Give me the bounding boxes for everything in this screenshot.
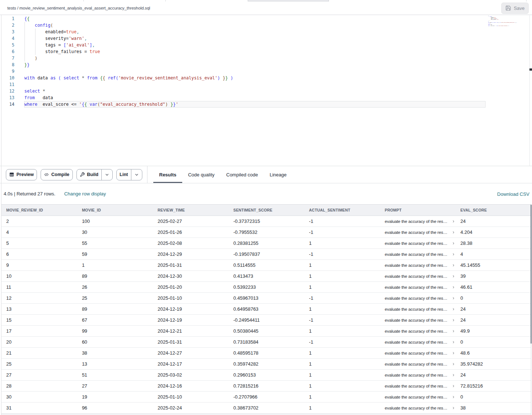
column-header-sentiment_score: SENTIMENT_SCORE (229, 205, 304, 216)
cell: 12 (1, 293, 77, 303)
cell: 19 (77, 392, 153, 402)
expand-prompt-icon[interactable] (450, 285, 455, 289)
code-brackets-icon (44, 172, 49, 177)
cell: 5 (1, 238, 77, 248)
preview-button[interactable]: Preview (6, 169, 37, 180)
cell: 9 (1, 260, 77, 270)
expand-prompt-icon[interactable] (450, 395, 455, 399)
cell: 2025-02-08 (153, 238, 229, 248)
eval-score-cell: 0 (456, 337, 531, 347)
expand-prompt-icon[interactable] (450, 241, 455, 246)
expand-prompt-icon[interactable] (450, 252, 455, 257)
cell: 2025-02-27 (153, 216, 229, 227)
code-text: select * (25, 88, 45, 94)
cell: 13 (1, 304, 77, 314)
table-row: 25132024-12-170.359742821evaluate the ac… (1, 359, 531, 370)
expand-prompt-icon[interactable] (450, 263, 455, 268)
expand-prompt-icon[interactable] (450, 351, 455, 355)
table-grid-icon (9, 172, 14, 177)
prompt-cell: evaluate the accuracy of the res… (380, 359, 456, 369)
save-button[interactable]: Save (501, 3, 529, 14)
cell: 1 (304, 260, 380, 270)
lint-dropdown-button[interactable] (131, 169, 142, 180)
toolbar: Preview Compile (0, 166, 532, 183)
cell: 27 (1, 370, 77, 380)
expand-prompt-icon[interactable] (450, 373, 455, 377)
cell: 2024-12-30 (153, 271, 229, 281)
expand-prompt-icon[interactable] (450, 230, 455, 235)
tab-lineage[interactable]: Lineage (264, 166, 292, 183)
table-row: 5552025-02-080.283812551evaluate the acc… (1, 238, 531, 249)
expand-prompt-icon[interactable] (450, 406, 455, 410)
line-number: 8 (0, 61, 15, 68)
cell: 2025-01-31 (153, 260, 229, 270)
tab-results[interactable]: Results (153, 166, 182, 183)
expand-prompt-icon[interactable] (450, 219, 455, 224)
eval-score-cell: 24 (456, 370, 531, 380)
cell: 0.48595178 (229, 348, 304, 358)
preview-label: Preview (16, 172, 34, 177)
cell: 89 (77, 271, 153, 281)
table-header-row: MOVIE_REVIEW_IDMOVIE_IDREVIEW_TIMESENTIM… (1, 204, 531, 216)
cell: 13 (77, 359, 153, 369)
cell: 30 (77, 227, 153, 238)
expand-prompt-icon[interactable] (450, 340, 455, 344)
build-label: Build (87, 172, 98, 177)
cell: 2025-01-10 (153, 392, 229, 402)
overview-ruler (529, 15, 530, 166)
build-button[interactable]: Build (77, 169, 101, 180)
lint-button[interactable]: Lint (117, 169, 131, 180)
expand-prompt-icon[interactable] (450, 307, 455, 311)
code-text: enabled=true, (25, 29, 79, 35)
eval-score-cell: 49.9 (456, 326, 531, 336)
expand-prompt-icon[interactable] (450, 362, 455, 366)
expand-prompt-icon[interactable] (450, 274, 455, 278)
table-scrollbar-thumb[interactable] (531, 205, 532, 344)
cell: 100 (77, 216, 153, 227)
line-number: 1 (0, 15, 15, 22)
cell: 0.5392233 (229, 282, 304, 292)
build-button-group: Build (76, 169, 113, 180)
table-row: 13892024-12-190.649587631evaluate the ac… (1, 304, 531, 315)
code-line: 5 tags = ['ai_eval'], (0, 42, 487, 48)
cell: 89 (77, 304, 153, 314)
eval-score-cell: 4.204 (456, 227, 531, 238)
code-line: 12select * (0, 88, 487, 94)
chevron-down-icon (105, 172, 109, 177)
expand-prompt-icon[interactable] (450, 329, 455, 333)
change-row-display-link[interactable]: Change row display (64, 191, 106, 197)
breadcrumb-filename: movie_review_sentiment_analysis_eval_ass… (19, 6, 150, 10)
table-row: 27512025-03-020.29601531evaluate the acc… (1, 370, 531, 381)
build-dropdown-button[interactable] (101, 169, 112, 180)
minimap[interactable]: {{ config( enabled=true, severity='warn'… (488, 15, 524, 26)
breadcrumb-separator: / (16, 6, 19, 10)
line-number: 14 (0, 101, 15, 108)
prompt-cell: evaluate the accuracy of the res… (380, 282, 456, 292)
table-row: 912025-01-310.51145551evaluate the accur… (1, 260, 531, 271)
column-header-movie_id: MOVIE_ID (77, 205, 153, 216)
expand-prompt-icon[interactable] (450, 296, 455, 300)
code-line: 4 severity='warn', (0, 35, 487, 42)
cell: -0.2707966 (229, 392, 304, 402)
save-label: Save (514, 5, 525, 11)
table-row: 15672024-12-19-0.24954411-1evaluate the … (1, 315, 531, 326)
tab-code-quality[interactable]: Code quality (182, 166, 220, 183)
expand-prompt-icon[interactable] (450, 384, 455, 388)
code-editor[interactable]: 1{{2 config(3 enabled=true,4 severity='w… (0, 15, 532, 166)
line-number: 10 (0, 75, 15, 81)
cell: 99 (77, 326, 153, 336)
cell: 1 (304, 238, 380, 248)
cell: 1 (77, 260, 153, 270)
query-duration: 4.0s (4, 191, 13, 197)
eval-score-cell: 35.974282 (456, 359, 531, 369)
cell: -0.19507837 (229, 249, 304, 259)
expand-prompt-icon[interactable] (450, 318, 455, 322)
line-number: 6 (0, 48, 15, 55)
breadcrumb: tests / movie_review_sentiment_analysis_… (7, 1, 150, 15)
download-csv-link[interactable]: Download CSV (497, 191, 529, 197)
cell: 1 (304, 381, 380, 391)
compile-button[interactable]: Compile (41, 169, 72, 180)
prompt-text: evaluate the accuracy of the res… (385, 362, 447, 366)
prompt-cell: evaluate the accuracy of the res… (380, 337, 456, 347)
tab-compiled-code[interactable]: Compiled code (220, 166, 264, 183)
